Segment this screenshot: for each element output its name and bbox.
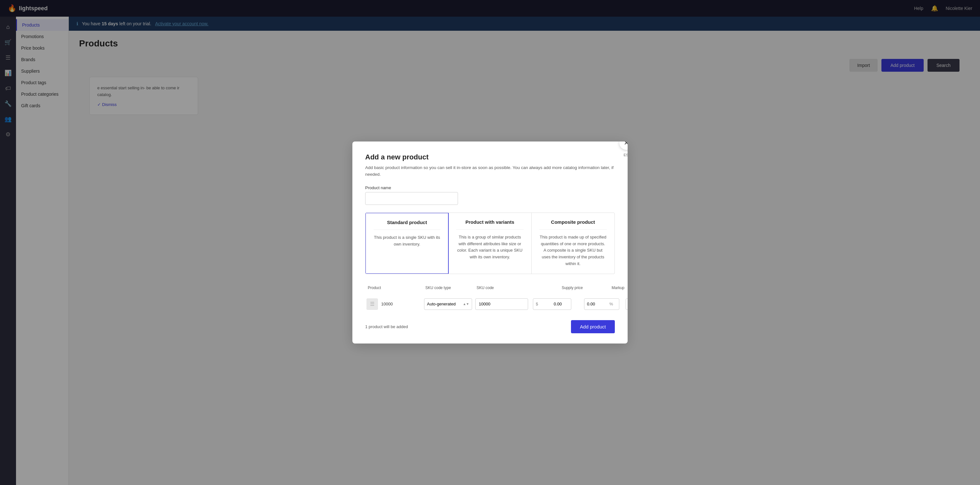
markup-percent: % (609, 302, 613, 306)
add-product-modal: ✕ ESC Add a new product Add basic produc… (352, 142, 628, 343)
composite-product-desc: This product is made up of specified qua… (539, 234, 607, 267)
sku-code-input[interactable] (475, 298, 528, 310)
modal-add-product-button[interactable]: Add product (571, 320, 615, 333)
modal-footer: 1 product will be added Add product (365, 320, 615, 333)
esc-hint: ESC (624, 153, 628, 157)
product-type-composite[interactable]: Composite product This product is made u… (531, 213, 614, 274)
modal-title: Add a new product (365, 153, 615, 161)
product-id: 10000 (381, 302, 393, 306)
markup-cell[interactable]: % (584, 298, 619, 310)
product-type-cards: Standard product This product is a singl… (365, 213, 615, 274)
sku-code-type-col-header: SKU code type (424, 286, 475, 294)
sku-code-type-arrows: ▲▼ (463, 302, 469, 306)
variants-product-title: Product with variants (456, 219, 523, 229)
product-cell: ☰ 10000 (366, 298, 424, 310)
product-thumbnail: ☰ (366, 298, 378, 310)
sku-code-col-header: SKU code (475, 286, 533, 294)
supply-price-input[interactable] (539, 302, 562, 306)
retail-price-col-header: Retail price Excluding tax (626, 286, 628, 294)
product-count-text: 1 product will be added (365, 324, 408, 329)
markup-input[interactable] (587, 302, 609, 306)
standard-product-desc: This product is a single SKU with its ow… (374, 234, 441, 248)
sku-code-type-select[interactable]: Auto-generated ▲▼ (424, 298, 472, 310)
sku-code-type-cell: Auto-generated ▲▼ (424, 298, 475, 310)
variants-product-desc: This is a group of similar products with… (456, 234, 523, 261)
product-type-variants[interactable]: Product with variants This is a group of… (449, 213, 531, 274)
sku-code-cell (475, 298, 533, 310)
retail-price-cell[interactable]: $ (626, 298, 628, 310)
product-type-standard[interactable]: Standard product This product is a singl… (365, 213, 449, 274)
sku-code-type-value: Auto-generated (427, 302, 456, 306)
composite-product-title: Composite product (539, 219, 607, 229)
supply-price-col-header: Supply price (533, 286, 584, 294)
standard-product-title: Standard product (374, 219, 441, 230)
product-col-header: Product (366, 286, 424, 294)
supply-price-currency: $ (536, 302, 538, 306)
sku-table-row: ☰ 10000 Auto-generated ▲▼ $ (365, 297, 615, 311)
modal-subtitle: Add basic product information so you can… (365, 165, 615, 178)
product-name-input[interactable] (365, 192, 458, 205)
modal-overlay: ✕ ESC Add a new product Add basic produc… (0, 0, 980, 485)
sku-table-header: Product SKU code type SKU code Supply pr… (365, 286, 615, 294)
product-name-label: Product name (365, 185, 615, 190)
markup-col-header: Markup (584, 286, 626, 294)
modal-close-button[interactable]: ✕ (619, 142, 628, 150)
supply-price-cell[interactable]: $ (533, 298, 571, 310)
